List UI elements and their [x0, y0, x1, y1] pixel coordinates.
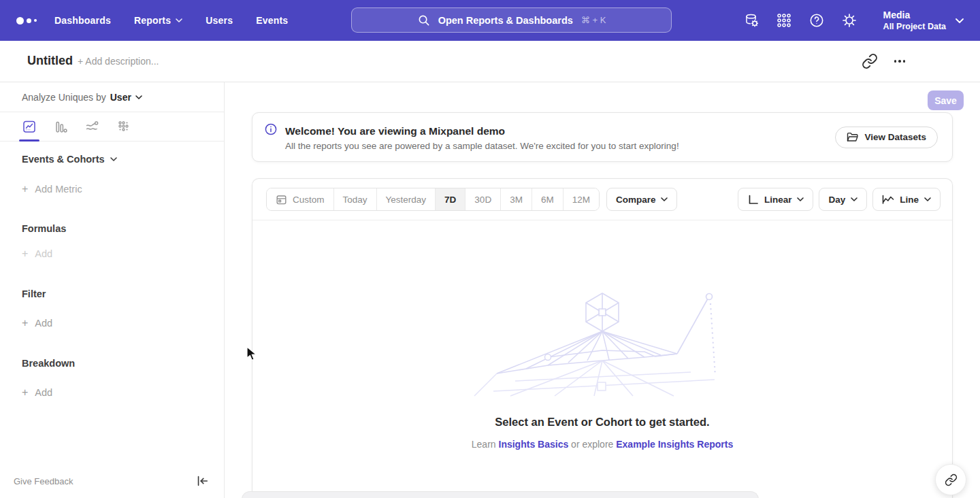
- chart-type-tabs: [0, 112, 224, 142]
- data-management-icon[interactable]: [743, 12, 760, 29]
- linear-axes-icon: [747, 194, 759, 205]
- report-card: Custom Today Yesterday 7D 30D 3M 6M 12M …: [252, 178, 953, 498]
- bar-chart-icon: [53, 119, 68, 134]
- tab-bar-chart[interactable]: [53, 117, 68, 136]
- share-link-button[interactable]: [935, 464, 966, 495]
- nav-dashboards[interactable]: Dashboards: [54, 15, 111, 26]
- report-title[interactable]: Untitled: [27, 54, 73, 68]
- date-range-12m[interactable]: 12M: [564, 188, 599, 210]
- date-range-30d[interactable]: 30D: [466, 188, 501, 210]
- tab-insights-line-chart[interactable]: [22, 117, 37, 136]
- banner-title: Welcome! You are viewing a Mixpanel demo: [285, 125, 835, 137]
- top-nav: Dashboards Reports Users Events Open Rep…: [0, 0, 980, 41]
- date-range-7d[interactable]: 7D: [436, 188, 466, 210]
- help-icon[interactable]: [808, 12, 825, 29]
- analyze-label: Analyze Uniques by: [22, 92, 106, 103]
- date-range-6m[interactable]: 6M: [532, 188, 564, 210]
- folder-icon: [847, 132, 858, 142]
- give-feedback-link[interactable]: Give Feedback: [14, 476, 73, 486]
- welcome-banner: Welcome! You are viewing a Mixpanel demo…: [252, 112, 953, 162]
- chevron-down-icon: [135, 95, 142, 99]
- empty-state-illustration: [473, 289, 732, 397]
- line-chart-icon: [882, 195, 894, 205]
- scale-selector[interactable]: Linear: [738, 188, 814, 211]
- date-range-3m[interactable]: 3M: [501, 188, 532, 210]
- nav-users[interactable]: Users: [206, 15, 233, 26]
- plus-icon: +: [22, 183, 28, 195]
- add-breakdown-button[interactable]: + Add: [22, 386, 52, 399]
- global-search-input[interactable]: Open Reports & Dashboards ⌘ + K: [351, 7, 672, 33]
- primary-nav: Dashboards Reports Users Events: [54, 0, 288, 41]
- metrics-grid-icon: [116, 119, 131, 134]
- filter-heading: Filter: [22, 288, 46, 299]
- project-name: Media: [883, 10, 946, 21]
- project-scope: All Project Data: [883, 21, 946, 32]
- copy-link-icon[interactable]: [862, 53, 878, 69]
- date-range-yesterday[interactable]: Yesterday: [377, 188, 436, 210]
- calendar-icon: [276, 194, 287, 205]
- search-icon: [417, 14, 430, 27]
- nav-events[interactable]: Events: [256, 15, 288, 26]
- flows-icon: [84, 119, 99, 134]
- events-cohorts-section[interactable]: Events & Cohorts: [22, 154, 117, 165]
- mixpanel-logo[interactable]: [16, 0, 37, 41]
- formulas-heading: Formulas: [22, 223, 66, 234]
- app-window: Dashboards Reports Users Events Open Rep…: [0, 0, 980, 498]
- chevron-down-icon: [110, 157, 117, 161]
- interval-selector[interactable]: Day: [819, 188, 867, 211]
- results-tray-handle[interactable]: [242, 491, 759, 498]
- date-range-today[interactable]: Today: [334, 188, 377, 210]
- chart-controls: Custom Today Yesterday 7D 30D 3M 6M 12M …: [252, 179, 952, 220]
- example-insights-reports-link[interactable]: Example Insights Reports: [616, 439, 733, 450]
- compare-button[interactable]: Compare: [606, 188, 678, 211]
- chevron-down-icon: [661, 197, 668, 201]
- plus-icon: +: [22, 386, 28, 399]
- collapse-sidebar-icon[interactable]: [195, 474, 209, 488]
- chevron-down-icon: [924, 197, 931, 201]
- add-metric-button[interactable]: + Add Metric: [22, 183, 82, 195]
- search-placeholder: Open Reports & Dashboards: [438, 15, 573, 26]
- chart-display-controls: Linear Day Line: [738, 188, 941, 211]
- analyze-row: Analyze Uniques by User: [0, 82, 224, 112]
- more-options-icon[interactable]: [892, 53, 908, 69]
- banner-subtitle: All the reports you see are powered by a…: [285, 141, 835, 151]
- empty-state: Select an Event or Cohort to get started…: [252, 221, 952, 450]
- line-chart-icon: [22, 119, 37, 134]
- banner-text: Welcome! You are viewing a Mixpanel demo…: [285, 124, 835, 151]
- chevron-down-icon: [851, 197, 858, 201]
- view-datasets-button[interactable]: View Datasets: [835, 127, 938, 148]
- save-button[interactable]: Save: [928, 90, 964, 110]
- plus-icon: +: [22, 248, 28, 260]
- breakdown-heading: Breakdown: [22, 358, 75, 369]
- chevron-down-icon: [176, 18, 182, 22]
- settings-gear-icon[interactable]: [841, 12, 858, 29]
- add-formula-button[interactable]: + Add: [22, 248, 52, 260]
- info-icon: [265, 123, 277, 135]
- date-range-custom[interactable]: Custom: [267, 188, 334, 210]
- nav-reports[interactable]: Reports: [134, 15, 182, 26]
- plus-icon: +: [22, 317, 28, 329]
- analyze-by-selector[interactable]: User: [110, 92, 142, 103]
- sidebar-footer: Give Feedback: [0, 469, 224, 498]
- chevron-down-icon: [797, 197, 804, 201]
- tab-metrics[interactable]: [116, 117, 131, 136]
- query-builder-sidebar: Analyze Uniques by User: [0, 82, 225, 498]
- project-switcher[interactable]: Media All Project Data: [883, 10, 964, 32]
- apps-grid-icon[interactable]: [776, 12, 792, 29]
- date-range-group: Custom Today Yesterday 7D 30D 3M 6M 12M: [266, 188, 600, 211]
- insights-basics-link[interactable]: Insights Basics: [499, 439, 569, 450]
- chevron-down-icon: [956, 18, 964, 23]
- search-shortcut: ⌘ + K: [581, 15, 606, 25]
- chart-type-selector[interactable]: Line: [872, 188, 941, 211]
- link-icon: [945, 474, 958, 486]
- nav-right-cluster: Media All Project Data: [743, 0, 980, 41]
- empty-state-subtitle: Learn Insights Basics or explore Example…: [252, 439, 952, 450]
- empty-state-title: Select an Event or Cohort to get started…: [252, 416, 952, 429]
- add-filter-button[interactable]: + Add: [22, 317, 52, 329]
- tab-flows[interactable]: [84, 117, 99, 136]
- report-header: Untitled + Add description... Save: [0, 41, 980, 82]
- report-description-placeholder[interactable]: + Add description...: [78, 56, 159, 67]
